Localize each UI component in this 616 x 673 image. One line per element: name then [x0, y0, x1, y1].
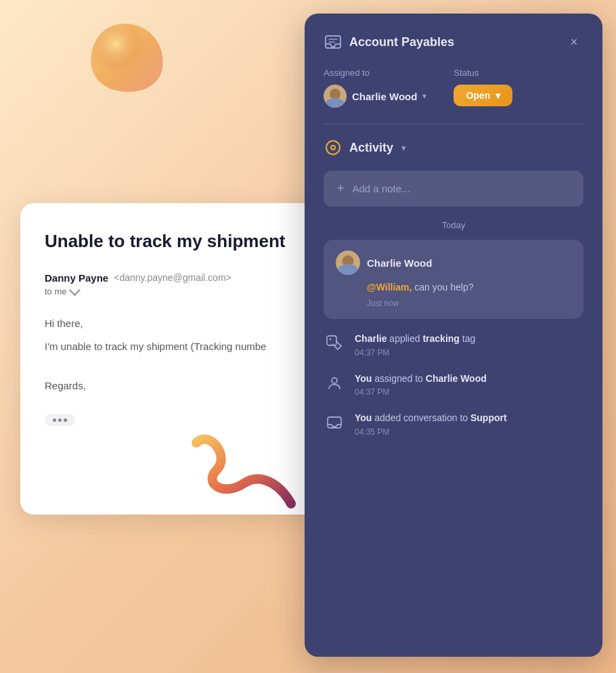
comment-header: Charlie Wood [336, 251, 571, 275]
activity-text-assign: You assigned to Charlie Wood [355, 372, 487, 386]
activity-label: Activity [349, 141, 393, 155]
tag-icon [324, 332, 345, 354]
panel-title: Account Payables [349, 35, 454, 49]
email-subject: Unable to track my shipment [45, 230, 294, 253]
activity-actor-inbox: You [355, 412, 372, 423]
activity-header[interactable]: Activity ▾ [324, 138, 584, 157]
chevron-down-icon: ▾ [422, 91, 426, 101]
activity-highlight-assign: Charlie Wood [426, 373, 487, 384]
today-label: Today [324, 220, 584, 230]
activity-text-tag: Charlie applied tracking tag [355, 332, 475, 346]
activity-text-inbox: You added conversation to Support [355, 412, 507, 425]
mention: @William, [367, 282, 412, 292]
panel-header: Account Payables × [324, 32, 584, 51]
inbox-icon [324, 32, 343, 51]
comment-bubble: Charlie Wood @William, can you help? Jus… [324, 240, 584, 319]
svg-point-5 [330, 339, 332, 341]
inbox-activity-icon [324, 412, 345, 433]
email-regards: Regards, [45, 378, 294, 394]
svg-point-3 [332, 146, 334, 149]
squiggle-decoration [190, 422, 298, 511]
activity-chevron-icon: ▾ [401, 143, 406, 153]
activity-time-inbox: 04:35 PM [355, 427, 507, 437]
side-panel: Account Payables × Assigned to Charlie W… [305, 14, 602, 657]
status-button[interactable]: Open ▾ [454, 85, 512, 106]
sender-name: Danny Payne [45, 272, 108, 284]
status-chevron-icon: ▾ [496, 90, 500, 101]
close-button[interactable]: × [565, 32, 584, 51]
activity-time-tag: 04:37 PM [355, 348, 475, 357]
email-line2: I'm unable to track my shipment (Trackin… [45, 339, 294, 355]
meta-row: Assigned to Charlie Wood ▾ Status Open ▾ [324, 68, 584, 108]
to-me-row[interactable]: to me [45, 286, 294, 297]
avatar [324, 85, 347, 108]
activity-content-inbox: You added conversation to Support 04:35 … [355, 412, 507, 437]
ellipsis-button[interactable] [45, 414, 75, 426]
comment-text: @William, can you help? [336, 280, 571, 295]
activity-actor-assign: You [355, 373, 372, 384]
activity-item-inbox: You added conversation to Support 04:35 … [324, 412, 584, 437]
plus-icon: + [337, 181, 345, 196]
activity-item-tag: Charlie applied tracking tag 04:37 PM [324, 332, 584, 357]
to-me-label: to me [45, 286, 67, 297]
status-label: Status [454, 68, 512, 78]
comment-time: Just now [336, 299, 571, 308]
panel-title-row: Account Payables [324, 32, 454, 51]
dot3 [64, 418, 67, 422]
dot1 [53, 418, 56, 422]
assigned-to-col: Assigned to Charlie Wood ▾ [324, 68, 426, 108]
teardrop-decoration [81, 20, 169, 95]
status-value: Open [466, 90, 490, 101]
activity-icon [324, 138, 343, 157]
svg-rect-4 [327, 336, 336, 345]
person-icon [324, 372, 345, 394]
activity-highlight-tag: tracking [422, 333, 459, 344]
comment-body: can you help? [412, 282, 473, 292]
chevron-down-icon [68, 284, 80, 296]
assignee-control[interactable]: Charlie Wood ▾ [324, 85, 426, 108]
activity-time-assign: 04:37 PM [355, 387, 487, 397]
email-sender-row: Danny Payne <danny.payne@gmail.com> [45, 272, 294, 284]
activity-actor-tag: Charlie [355, 333, 387, 344]
activity-content-tag: Charlie applied tracking tag 04:37 PM [355, 332, 475, 357]
activity-item-assign: You assigned to Charlie Wood 04:37 PM [324, 372, 584, 397]
status-col: Status Open ▾ [454, 68, 512, 106]
assignee-name: Charlie Wood [352, 91, 417, 102]
sender-email: <danny.payne@gmail.com> [114, 272, 232, 283]
activity-content-assign: You assigned to Charlie Wood 04:37 PM [355, 372, 487, 397]
svg-point-6 [332, 378, 337, 383]
divider [324, 124, 584, 125]
dot2 [58, 418, 62, 422]
activity-highlight-inbox: Support [470, 412, 507, 423]
assigned-to-label: Assigned to [324, 68, 426, 78]
email-body: Hi there, I'm unable to track my shipmen… [45, 316, 294, 394]
comment-avatar [336, 251, 360, 275]
add-note-placeholder: Add a note... [353, 183, 410, 194]
email-line1: Hi there, [45, 316, 294, 332]
add-note-button[interactable]: + Add a note... [324, 171, 584, 207]
comment-author: Charlie Wood [367, 257, 432, 269]
